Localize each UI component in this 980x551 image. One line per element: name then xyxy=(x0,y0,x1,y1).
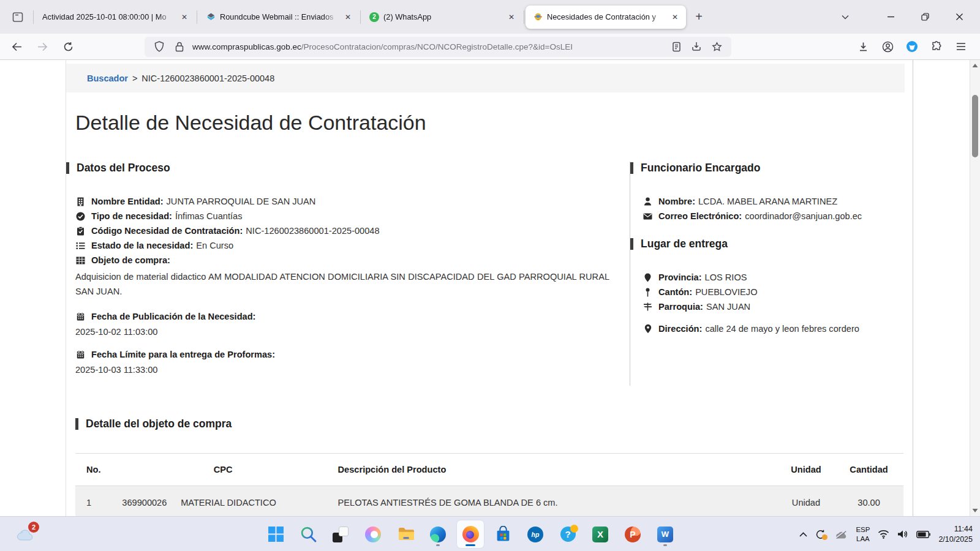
minimize-button[interactable] xyxy=(873,0,908,34)
fecha-limite-label: Fecha Límite para la entrega de Proforma… xyxy=(91,350,275,359)
file-explorer-button[interactable] xyxy=(392,520,419,548)
tab-close-icon[interactable]: ✕ xyxy=(342,11,354,23)
reload-button[interactable] xyxy=(58,37,78,56)
tray-chevron-button[interactable] xyxy=(799,532,807,537)
col-header-unidad: Unidad xyxy=(778,454,834,486)
tab-necesidades-active[interactable]: Necesidades de Contratación y ✕ xyxy=(526,6,686,29)
onedrive-icon[interactable] xyxy=(834,530,848,539)
page-title: Detalle de Necesidad de Contratación xyxy=(75,111,913,135)
close-window-button[interactable] xyxy=(942,0,976,34)
tray-date: 2/10/2025 xyxy=(938,535,973,544)
windows-icon xyxy=(268,526,284,542)
info-label: Correo Electrónico: xyxy=(658,211,742,221)
col-header-cantidad: Cantidad xyxy=(834,454,903,486)
tab-separator xyxy=(360,10,361,24)
scrollbar-down-icon[interactable] xyxy=(972,508,978,513)
wifi-icon[interactable] xyxy=(878,530,889,539)
language-indicator[interactable]: ESPLAA xyxy=(856,525,870,543)
tab-close-icon[interactable]: ✕ xyxy=(669,11,681,23)
whatsapp-unread-badge: 2 xyxy=(369,12,379,22)
account-icon[interactable] xyxy=(878,37,897,56)
firefox-button[interactable] xyxy=(457,520,484,548)
lock-icon[interactable] xyxy=(172,39,187,54)
url-text[interactable]: www.compraspublicas.gob.ec/ProcesoContra… xyxy=(192,42,663,51)
whatsapp-icon: 2 xyxy=(369,12,379,22)
system-tray: ESPLAA 11:442/10/2025 xyxy=(799,517,973,551)
scrollbar-up-icon[interactable] xyxy=(972,63,978,68)
sync-icon[interactable] xyxy=(815,530,826,539)
task-view-button[interactable] xyxy=(327,520,354,548)
envelope-icon xyxy=(643,213,653,220)
section-title-detalle: Detalle del objeto de compra xyxy=(86,418,232,430)
taskbar-app-icons: hp ? X P W xyxy=(262,520,679,548)
info-codigo-necesidad: Código Necesidad de Contratación: NIC-12… xyxy=(75,226,616,236)
bookmark-star-icon[interactable] xyxy=(709,39,724,54)
breadcrumb-link-buscador[interactable]: Buscador xyxy=(87,73,128,83)
info-label: Código Necesidad de Contratación: xyxy=(91,226,243,236)
tab-whatsapp[interactable]: 2 (2) WhatsApp ✕ xyxy=(362,6,522,29)
list-all-tabs-button[interactable] xyxy=(834,6,856,28)
new-tab-button[interactable]: + xyxy=(688,7,709,28)
word-icon: W xyxy=(657,527,673,542)
copilot-button[interactable] xyxy=(360,520,386,548)
hp-button[interactable]: hp xyxy=(522,520,549,548)
tab-close-icon[interactable]: ✕ xyxy=(505,11,518,23)
info-value: coordinador@sanjuan.gob.ec xyxy=(745,211,862,221)
section-bar xyxy=(630,238,633,250)
info-canton: Cantón: PUEBLOVIEJO xyxy=(643,287,903,297)
url-domain: www.compraspublicas.gob.ec xyxy=(192,42,301,51)
clock[interactable]: 11:442/10/2025 xyxy=(938,524,973,545)
lang-line1: ESP xyxy=(856,526,870,533)
list-icon xyxy=(75,242,86,250)
info-label: Tipo de necesidad: xyxy=(91,211,172,221)
detalle-objeto-section: Detalle del objeto de compra No. CPC Des… xyxy=(66,418,913,516)
info-label: Cantón: xyxy=(658,287,692,297)
extension-icon[interactable] xyxy=(903,37,921,56)
widgets-button[interactable]: 2 xyxy=(11,521,40,547)
back-button[interactable] xyxy=(6,37,27,56)
forward-button[interactable] xyxy=(32,37,53,56)
browser-nav-toolbar: www.compraspublicas.gob.ec/ProcesoContra… xyxy=(0,34,980,60)
excel-button[interactable]: X xyxy=(587,520,614,548)
tray-time: 11:44 xyxy=(954,525,973,533)
info-label: Parroquia: xyxy=(658,302,703,312)
volume-icon[interactable] xyxy=(897,530,908,539)
cell-no: 1 xyxy=(75,486,113,517)
reader-mode-icon[interactable] xyxy=(669,39,684,54)
tab-title: Necesidades de Contratación y xyxy=(547,12,665,21)
calendar-icon xyxy=(75,350,86,359)
firefox-view-button[interactable] xyxy=(7,6,29,28)
table-icon xyxy=(75,257,86,264)
battery-icon[interactable] xyxy=(916,531,930,538)
url-bar[interactable]: www.compraspublicas.gob.ec/ProcesoContra… xyxy=(145,37,731,57)
edge-button[interactable] xyxy=(424,520,451,548)
tab-close-icon[interactable]: ✕ xyxy=(178,11,190,23)
word-button[interactable]: W xyxy=(652,520,679,548)
info-value: PUEBLOVIEJO xyxy=(695,287,757,297)
tab-actividad[interactable]: Actividad 2025-10-01 08:00:00 | Mo ✕ xyxy=(35,6,195,29)
section-bar xyxy=(630,162,633,174)
downloads-icon[interactable] xyxy=(854,37,872,56)
extensions-puzzle-icon[interactable] xyxy=(927,37,946,56)
tab-roundcube[interactable]: Roundcube Webmail :: Enviados ✕ xyxy=(198,6,359,29)
search-button[interactable] xyxy=(295,520,322,548)
scrollbar-thumb[interactable] xyxy=(972,95,978,157)
restore-button[interactable] xyxy=(908,0,942,34)
tab-title: Actividad 2025-10-01 08:00:00 | Mo xyxy=(42,12,174,21)
info-label: Dirección: xyxy=(658,324,702,334)
cell-unidad: Unidad xyxy=(778,486,834,517)
file-explorer-icon xyxy=(398,526,414,542)
info-objeto-compra: Objeto de compra: xyxy=(75,255,616,265)
page-scrollbar[interactable] xyxy=(970,60,980,516)
info-provincia: Provincia: LOS RIOS xyxy=(643,272,903,282)
powerpoint-button[interactable]: P xyxy=(619,520,646,548)
start-button[interactable] xyxy=(262,520,289,548)
menu-icon[interactable] xyxy=(952,37,970,56)
info-value: LOS RIOS xyxy=(705,272,747,282)
save-page-icon[interactable] xyxy=(689,39,704,54)
datos-proceso-section: Datos del Proceso Nombre Entidad: JUNTA … xyxy=(75,162,630,386)
store-button[interactable] xyxy=(489,520,516,548)
help-button[interactable]: ? xyxy=(554,520,581,548)
info-value: LCDA. MABEL ARANA MARTINEZ xyxy=(698,197,837,206)
shield-icon[interactable] xyxy=(152,39,167,54)
